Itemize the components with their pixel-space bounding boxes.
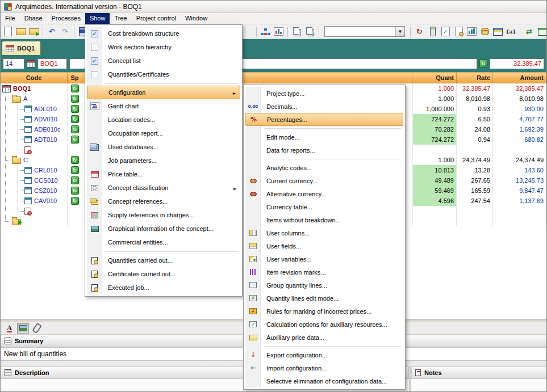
cell-quant[interactable]: 1,000.000	[412, 104, 457, 114]
cell-rate[interactable]: 24.08	[457, 124, 493, 134]
cell-amount[interactable]: 680.82	[493, 134, 546, 145]
config-menu-item-selective-elimination-of-configuration-data[interactable]: Selective elimination of configuration d…	[245, 374, 403, 387]
cell-quant[interactable]: 724.272	[412, 134, 457, 145]
copy-icon[interactable]	[291, 26, 303, 37]
config-menu-item-analytic-codes[interactable]: Analytic codes...	[245, 161, 403, 174]
column-header-amount[interactable]: Amount	[493, 73, 546, 83]
tree-scheme-icon[interactable]	[260, 26, 272, 37]
menubar-item-tree[interactable]: Tree	[110, 13, 131, 24]
cell-rate[interactable]: 24,374.49	[457, 155, 493, 165]
cell-quant[interactable]: 4.596	[412, 196, 457, 206]
transfer-icon[interactable]	[523, 26, 535, 37]
cell-rate[interactable]	[457, 216, 493, 226]
show-menu-item-cost-breakdown-structure[interactable]: Cost breakdown structure	[87, 27, 240, 40]
config-menu-item-group-quantity-lines[interactable]: Group quantity lines...	[245, 279, 403, 292]
concept-status-icon[interactable]	[71, 115, 79, 123]
column-header-rate[interactable]: Rate	[457, 73, 493, 83]
show-menu-item-commercial-entities[interactable]: Commercial entities...	[87, 235, 240, 249]
menubar-item-window[interactable]: Window	[181, 13, 212, 24]
cell-amount[interactable]: 24,374.49	[493, 155, 546, 165]
cell-quant[interactable]	[412, 206, 457, 216]
quantities-certificates-checkbox[interactable]	[91, 71, 98, 78]
cell-amount[interactable]: 8,010.98	[493, 94, 546, 104]
concept-status-icon[interactable]	[71, 187, 79, 195]
update-prices-icon[interactable]	[414, 26, 425, 37]
show-menu-item-work-section-hierarchy[interactable]: Work section hierarchy	[87, 40, 240, 54]
cell-quant[interactable]	[412, 216, 457, 226]
cell-amount[interactable]	[493, 216, 546, 226]
cell-amount[interactable]: 1,137.69	[493, 196, 546, 206]
cell-amount[interactable]: 32,385.47	[493, 83, 546, 94]
cell-quant[interactable]: 724.272	[412, 114, 457, 124]
cell-amount[interactable]: 1,692.39	[493, 124, 546, 134]
cost-breakdown-structure-checkbox[interactable]	[91, 30, 98, 37]
cell-quant[interactable]: 70.282	[412, 124, 457, 134]
total-status-icon[interactable]	[479, 60, 487, 68]
cell-rate[interactable]: 6.50	[457, 114, 493, 124]
cell-quant[interactable]: 1.000	[412, 83, 457, 94]
column-header-sp[interactable]: Sp	[68, 73, 82, 83]
concept-status-icon[interactable]	[71, 95, 79, 103]
cell-amount[interactable]	[493, 145, 546, 155]
config-menu-item-currency-table[interactable]: Currency table...	[245, 200, 403, 213]
menubar-item-project-control[interactable]: Project control	[132, 13, 181, 24]
cell-rate[interactable]: 0.94	[457, 134, 493, 145]
show-menu-item-used-databases[interactable]: Used databases...	[87, 140, 240, 154]
redo-icon[interactable]	[59, 26, 71, 37]
export-table-icon[interactable]	[536, 26, 547, 37]
cell-rate[interactable]: 267.65	[457, 175, 493, 186]
config-menu-item-user-fields[interactable]: User fields...	[245, 239, 403, 252]
config-menu-item-auxiliary-price-data[interactable]: Auxiliary price data...	[245, 331, 403, 344]
config-menu-item-rules-for-marking-of-incorrect-prices[interactable]: Rules for marking of incorrect prices...	[245, 305, 403, 318]
show-menu-item-concept-list[interactable]: Concept list	[87, 54, 240, 68]
cell-rate[interactable]: 247.54	[457, 196, 493, 206]
cell-rate[interactable]	[457, 145, 493, 155]
verify-document-icon[interactable]	[440, 26, 452, 37]
menubar-item-show[interactable]: Show	[85, 13, 110, 24]
show-menu-item-quantities-carried-out[interactable]: Quantities carried out...	[87, 254, 240, 267]
config-menu-item-decimals[interactable]: Decimals...	[245, 100, 403, 113]
config-menu-item-percentages[interactable]: Percentages...	[245, 113, 403, 126]
show-menu-item-gantt-chart[interactable]: Gantt chart	[87, 99, 240, 113]
level-field[interactable]: 14	[3, 58, 24, 69]
image-attach-icon[interactable]	[17, 323, 29, 334]
combo-dropdown-icon[interactable]	[395, 27, 404, 36]
cell-amount[interactable]: 930.00	[493, 104, 546, 114]
cell-quant[interactable]: 1.000	[412, 94, 457, 104]
open-file-icon[interactable]	[15, 26, 27, 37]
config-menu-item-data-for-reports[interactable]: Data for reports...	[245, 144, 403, 157]
concept-status-icon[interactable]	[71, 166, 79, 174]
price-table-icon[interactable]	[492, 26, 504, 37]
mobile-device-icon[interactable]	[427, 26, 439, 37]
cell-rate[interactable]	[457, 206, 493, 216]
config-menu-item-calculation-options-for-auxiliary-resources[interactable]: Calculation options for auxiliary resour…	[245, 318, 403, 331]
database-tab[interactable]: BOQ1	[37, 58, 67, 69]
show-menu-item-concept-references[interactable]: Concept references...	[87, 195, 240, 208]
cell-quant[interactable]: 59.469	[412, 186, 457, 196]
show-menu-item-graphical-information-of-the-concept[interactable]: Graphical information of the concept...	[87, 222, 240, 235]
concept-status-icon[interactable]	[71, 85, 79, 92]
config-menu-item-current-currency[interactable]: Current currency...	[245, 174, 403, 187]
show-menu-item-concept-classification[interactable]: Concept classification	[87, 181, 240, 195]
concept-status-icon[interactable]	[71, 197, 79, 205]
cell-rate[interactable]: 0.93	[457, 104, 493, 114]
undo-icon[interactable]	[46, 26, 58, 37]
cell-quant[interactable]: 10.813	[412, 165, 457, 175]
cell-amount[interactable]: 13,245.73	[493, 175, 546, 186]
config-menu-item-user-columns[interactable]: User columns...	[245, 226, 403, 239]
cell-rate[interactable]: 8,010.98	[457, 94, 493, 104]
menubar-item-processes[interactable]: Processes	[47, 13, 85, 24]
statistics-icon[interactable]	[466, 26, 478, 37]
concept-status-icon[interactable]	[71, 136, 79, 144]
cell-amount[interactable]: 9,847.47	[493, 186, 546, 196]
show-menu-item-executed-job[interactable]: Executed job...	[87, 281, 240, 294]
cell-amount[interactable]: 143.60	[493, 165, 546, 175]
show-menu-item-occupation-report[interactable]: Occupation report...	[87, 127, 240, 140]
text-format-icon[interactable]	[3, 323, 15, 334]
concept-status-icon[interactable]	[71, 176, 79, 184]
cell-rate[interactable]: 165.59	[457, 186, 493, 196]
currency-icon[interactable]	[479, 26, 491, 37]
cell-amount[interactable]: 4,707.77	[493, 114, 546, 124]
show-menu-item-job-parameters[interactable]: Job parameters...	[87, 154, 240, 167]
open-database-icon[interactable]	[28, 26, 40, 37]
